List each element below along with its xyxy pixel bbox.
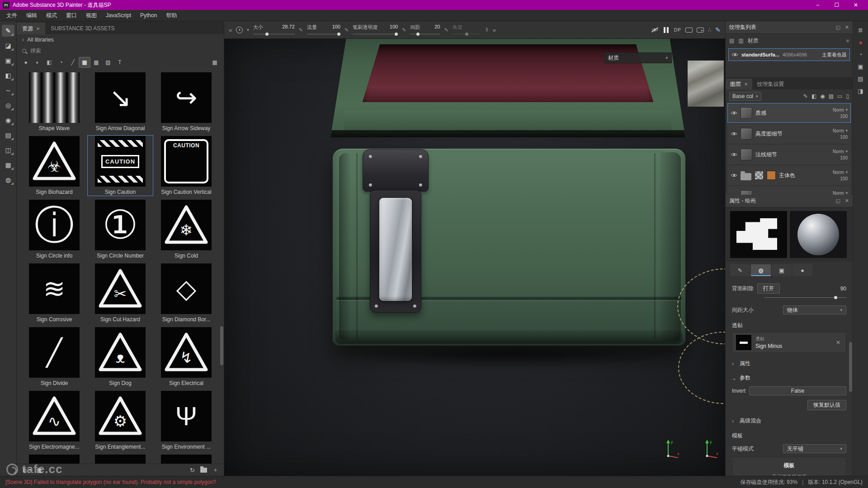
grid-view-icon[interactable]: ▦ xyxy=(209,57,220,67)
asset-item[interactable]: ⚙ Sign Entanglement... xyxy=(88,391,152,450)
size-space-dropdown[interactable]: 物体 ▾ xyxy=(783,305,846,314)
layers-toolbar-icon[interactable]: ▯ xyxy=(846,93,849,99)
invert-dropdown[interactable]: False xyxy=(749,386,846,395)
asset-filter-icon[interactable]: ▦ xyxy=(79,57,90,67)
channel-dropdown[interactable]: Base col ▾ xyxy=(729,92,761,101)
brush-spacing-slider[interactable] xyxy=(410,32,440,36)
layer-row[interactable]: 主体色 Norm ▾ 100 xyxy=(727,165,851,185)
asset-item[interactable]: ✂ Sign Cut Hazard xyxy=(88,263,152,323)
shading-mode-dropdown[interactable]: 材质 ▾ xyxy=(604,52,672,63)
close-panel-icon[interactable]: ✕ xyxy=(845,198,849,204)
menu-item[interactable]: JavaScript xyxy=(101,10,136,21)
asset-filter-icon[interactable]: ◧ xyxy=(44,57,55,67)
folder-icon[interactable] xyxy=(200,468,207,473)
tab-layers[interactable]: 图层 ✕ xyxy=(726,79,752,89)
tab-texture-set-settings[interactable]: 纹理集设置 xyxy=(752,79,788,89)
tiling-mode-dropdown[interactable]: 无平铺 ▾ xyxy=(783,444,846,453)
layer-visibility-icon[interactable] xyxy=(731,131,737,137)
dock-icon[interactable]: ▣ xyxy=(853,61,868,73)
dock-icon[interactable]: ◔ xyxy=(853,48,868,61)
menu-item[interactable]: 编辑 xyxy=(22,10,42,21)
brush-size-slider[interactable] xyxy=(253,32,295,36)
menu-item[interactable]: 文件 xyxy=(2,10,22,21)
scrollbar-thumb[interactable] xyxy=(220,326,223,365)
asset-item[interactable]: ☣ Sign Biohazard xyxy=(22,136,86,195)
asset-filter-icon[interactable]: ▩ xyxy=(91,57,102,67)
asset-item[interactable]: ❄ Sign Cold xyxy=(154,200,218,259)
asset-filter-icon[interactable]: T xyxy=(114,57,125,67)
brush-opacity-slider[interactable] xyxy=(353,32,398,36)
slider-knob[interactable] xyxy=(416,33,420,36)
blend-mode-dropdown[interactable]: Norm ▾ xyxy=(833,128,848,133)
blend-mode-dropdown[interactable]: Norm ▾ xyxy=(833,108,848,113)
menu-item[interactable]: Python xyxy=(136,10,161,21)
layers-toolbar-icon[interactable]: ✎ xyxy=(803,93,808,99)
menu-item[interactable]: 模式 xyxy=(42,10,61,21)
asset-filter-icon[interactable]: ╱ xyxy=(67,57,78,67)
slider-knob[interactable] xyxy=(337,33,340,36)
slider-knob[interactable] xyxy=(395,33,398,36)
asset-item[interactable]: ↘ Sign Arrow Diagonal xyxy=(88,72,152,131)
visibility-eye-icon[interactable] xyxy=(731,52,738,58)
property-tab[interactable]: ▣ xyxy=(772,264,792,276)
pencil-icon[interactable]: ✎ xyxy=(715,26,721,33)
tool-button[interactable]: ◪ xyxy=(2,40,14,52)
property-tab[interactable]: ◍ xyxy=(751,264,771,276)
layer-opacity[interactable]: 100 xyxy=(840,176,848,181)
pen-pressure-icon[interactable]: ✎ xyxy=(344,27,349,33)
asset-item[interactable]: CAUTION Sign Caution Vertical xyxy=(154,136,218,195)
add-asset-button[interactable]: ＋ xyxy=(212,466,218,474)
dock-icon[interactable]: ≣ xyxy=(853,24,868,36)
asset-item[interactable]: CAUTION Sign Caution xyxy=(88,136,152,195)
asset-item[interactable]: Ψ Sign Environment ... xyxy=(154,391,218,450)
asset-filter-icon[interactable]: ◐ xyxy=(32,57,43,67)
assets-scrollbar[interactable] xyxy=(220,84,223,462)
filter-list-icon[interactable]: ≡ xyxy=(846,38,849,43)
close-tab-icon[interactable]: ✕ xyxy=(36,26,40,31)
menu-item[interactable]: 视图 xyxy=(81,10,101,21)
brush-cursor-icon[interactable] xyxy=(236,27,243,33)
float-panel-icon[interactable]: ◱ xyxy=(835,24,840,30)
asset-item[interactable]: ⓘ Sign Circle info xyxy=(22,200,86,259)
layer-opacity[interactable]: 100 xyxy=(840,135,848,140)
asset-item[interactable] xyxy=(154,455,218,464)
dock-icon[interactable]: ◨ xyxy=(853,85,868,97)
asset-item[interactable]: ≋ Sign Corrosive xyxy=(22,263,86,323)
dock-icon[interactable]: ▤ xyxy=(853,73,868,85)
layer-opacity[interactable]: 100 xyxy=(840,114,848,119)
layers-toolbar-icon[interactable]: ◉ xyxy=(820,93,825,99)
tool-button[interactable]: ∼ xyxy=(2,84,14,96)
float-panel-icon[interactable]: ◱ xyxy=(835,198,840,204)
brush-flow-slider[interactable] xyxy=(307,32,340,36)
layer-row[interactable]: 高度图细节 Norm ▾ 100 xyxy=(727,124,851,144)
pen-pressure-icon[interactable]: ✎ xyxy=(299,27,303,33)
hide-ui-icon[interactable] xyxy=(651,27,658,33)
tool-button[interactable]: ◧ xyxy=(2,70,14,81)
tab-assets[interactable]: 资源 ✕ xyxy=(17,23,45,34)
pen-pressure-icon[interactable]: ✎ xyxy=(402,27,406,33)
layers-toolbar-icon[interactable]: ◧ xyxy=(811,93,816,99)
advanced-blend-header[interactable]: › 高级混合 xyxy=(732,417,846,425)
texture-set-row[interactable]: standardSurfa... 4096x4096 主要着色器 xyxy=(728,48,850,61)
stencil-asset-chip[interactable]: 透贴 Sign Minus ✕ xyxy=(732,332,846,353)
tool-button[interactable]: ◍ xyxy=(2,174,14,186)
asset-filter-icon[interactable]: ● xyxy=(20,57,31,67)
tool-button[interactable]: ◉ xyxy=(2,114,14,126)
brush-flow-control[interactable]: 流量100 xyxy=(307,24,340,36)
asset-item[interactable]: ╱ Sign Divide xyxy=(22,327,86,386)
viewport-3d[interactable]: 材质 ▾ y x xyxy=(224,39,725,476)
remove-stencil-icon[interactable]: ✕ xyxy=(834,339,842,346)
layer-stack2-icon[interactable]: ▥ xyxy=(738,38,743,44)
pause-engine-button[interactable] xyxy=(662,27,670,33)
tab-substance-assets[interactable]: SUBSTANCE 3D ASSETS xyxy=(45,23,120,34)
layer-row[interactable]: 法线细节 Norm ▾ 100 xyxy=(727,145,851,164)
slider-knob[interactable] xyxy=(834,296,837,299)
layer-opacity[interactable]: 100 xyxy=(840,155,848,160)
brush-spacing-control[interactable]: 间距20 xyxy=(410,24,440,36)
brush-opacity-control[interactable]: 笔刷透明度100 xyxy=(353,24,398,36)
asset-item[interactable]: ◇ Sign Diamond Bor... xyxy=(154,263,218,323)
tool-button[interactable]: ◎ xyxy=(2,99,14,111)
reset-defaults-button[interactable]: 恢复默认值 xyxy=(807,400,846,410)
layer-visibility-icon[interactable] xyxy=(731,110,737,116)
caret-down-icon[interactable]: ▾ xyxy=(247,28,249,32)
